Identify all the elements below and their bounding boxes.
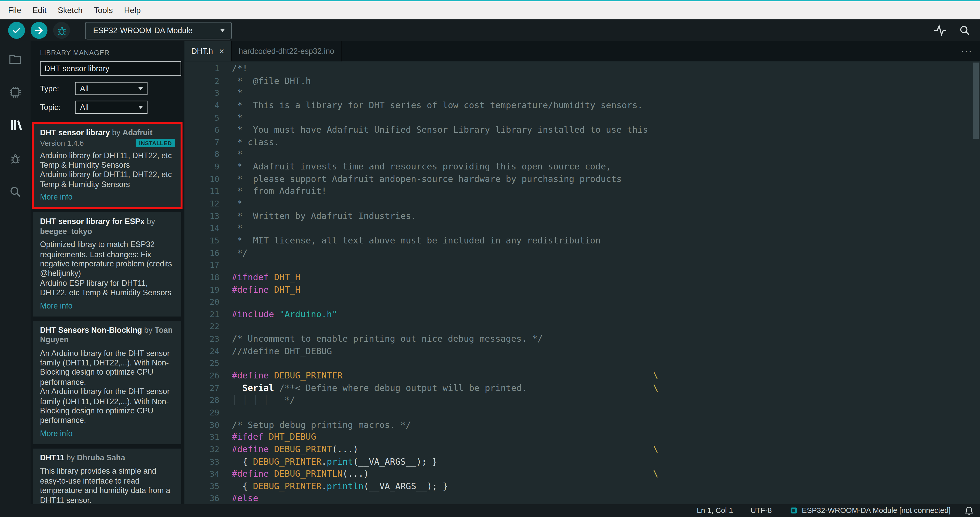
verify-button[interactable] [8,22,25,39]
close-icon[interactable]: × [219,47,224,56]
library-item-1[interactable]: DHT sensor library for ESPx by beegee_to… [33,212,181,316]
serial-plotter-button[interactable] [933,23,947,38]
description-paragraph: Arduino library for DHT11, DHT22, etc Te… [40,151,175,171]
upload-button[interactable] [30,22,48,39]
bug-icon [8,151,22,165]
code-token: * Adafruit invests time and resources pr… [232,161,611,171]
code-text: { DEBUG_PRINTER.print(__VA_ARGS__); } [219,456,980,468]
tab-label: hardcoded-dht22-esp32.ino [239,47,334,56]
code-line: 20 [185,296,980,308]
code-token [269,284,274,294]
menu-item-sketch[interactable]: Sketch [52,5,88,15]
code-text [219,259,980,271]
code-token: #else [232,493,258,503]
library-list: DHT sensor library by AdafruitVersion 1.… [31,120,185,504]
code-line: 12 * [185,198,980,210]
code-token: { [232,481,253,491]
code-text: /* Setup debug printing macros. */ [219,419,980,431]
magnifier-icon [958,24,971,37]
code-token [264,432,269,442]
code-token: * [232,223,242,233]
more-info-link[interactable]: More info [40,302,175,310]
tab-overflow-menu[interactable]: ··· [953,41,980,61]
chevron-down-icon [138,87,143,90]
line-number: 11 [185,185,219,198]
line-number: 18 [185,271,219,284]
cursor-position[interactable]: Ln 1, Col 1 [697,506,733,515]
library-by-label: by [145,217,155,226]
editor-scrollbar[interactable] [973,62,979,139]
code-token [269,469,274,479]
code-text: * class. [219,136,980,148]
description-paragraph: An Arduino library for the DHT sensor fa… [40,387,175,426]
more-info-link[interactable]: More info [40,429,175,438]
library-search-input[interactable] [40,61,181,75]
code-token: #ifndef [232,272,269,282]
sidebar-item-boards-manager[interactable] [4,81,27,103]
description-paragraph: Arduino library for DHT11, DHT22, etc Te… [40,171,175,190]
menu-item-edit[interactable]: Edit [27,5,52,15]
library-name: DHT sensor library for ESPx [40,217,145,226]
library-description: Arduino library for DHT11, DHT22, etc Te… [40,151,175,190]
code-text: //#define DHT_DEBUG [219,345,980,357]
line-number: 21 [185,308,219,321]
code-token: * [232,198,242,208]
notifications-bell[interactable] [964,506,974,515]
code-text: * from Adafruit! [219,185,980,198]
code-editor[interactable]: 1/*!2 * @file DHT.h3 *4 * This is a libr… [185,61,980,504]
menu-item-file[interactable]: File [3,5,27,15]
sidebar-item-sketchbook[interactable] [4,48,27,70]
library-item-3[interactable]: DHT11 by Dhruba SahaThis library provide… [33,448,181,504]
menu-item-help[interactable]: Help [118,5,146,15]
filter-label: Type: [40,84,75,93]
code-line: 4 * This is a library for DHT series of … [185,99,980,112]
sidebar-item-search[interactable] [4,180,27,203]
sidebar-item-library-manager[interactable] [4,114,27,136]
code-token: \ [653,444,659,456]
code-line: 29 [185,407,980,419]
code-line: 27 Serial /**< Define where debug output… [185,382,980,394]
description-paragraph: Optimized libray to match ESP32 requirem… [40,240,175,279]
code-text: * You must have Adafruit Unified Sensor … [219,124,980,136]
code-token: #define [232,284,269,294]
line-number: 35 [185,480,219,493]
code-text: * please support Adafruit andopen-source… [219,173,980,185]
check-icon [10,24,23,37]
library-version: Version 1.4.6 [40,139,84,147]
editor-tab-1[interactable]: hardcoded-dht22-esp32.ino [232,41,342,61]
board-selector[interactable]: ESP32-WROOM-DA Module [85,22,232,39]
line-number: 7 [185,136,219,148]
serial-monitor-button[interactable] [958,24,971,37]
library-item-0[interactable]: DHT sensor library by AdafruitVersion 1.… [33,123,181,208]
debug-button[interactable] [53,22,70,39]
code-text: #define DEBUG_PRINTER\ [219,370,980,382]
line-number: 31 [185,431,219,444]
code-line: 23/* Uncomment to enable printing out ni… [185,333,980,345]
code-line: 5 * [185,112,980,124]
line-number: 22 [185,321,219,333]
filter-select-type[interactable]: All [75,82,147,95]
code-text [219,357,980,370]
installed-badge: INSTALLED [136,139,175,147]
editor-tab-0[interactable]: DHT.h× [185,41,232,61]
code-token: * [232,149,242,159]
board-status[interactable]: ESP32-WROOM-DA Module [not connected] [789,506,951,515]
library-item-2[interactable]: DHT Sensors Non-Blocking by Toan NguyenA… [33,321,181,444]
code-token: #ifdef [232,432,264,442]
menu-item-tools[interactable]: Tools [88,5,119,15]
code-token [274,383,279,393]
code-token: /*! [232,63,248,73]
code-token: "Arduino.h" [279,309,337,319]
line-number: 17 [185,259,219,271]
library-item-title: DHT Sensors Non-Blocking by Toan Nguyen [40,326,175,345]
code-token: \ [653,370,659,382]
more-info-link[interactable]: More info [40,193,175,201]
line-number: 10 [185,173,219,185]
line-number: 3 [185,87,219,99]
code-text: * [219,112,980,124]
sidebar-item-debug[interactable] [4,147,27,169]
encoding-indicator[interactable]: UTF-8 [751,506,772,515]
library-author: Dhruba Saha [77,453,125,462]
filter-select-topic[interactable]: All [75,101,147,114]
bug-icon [55,24,68,37]
